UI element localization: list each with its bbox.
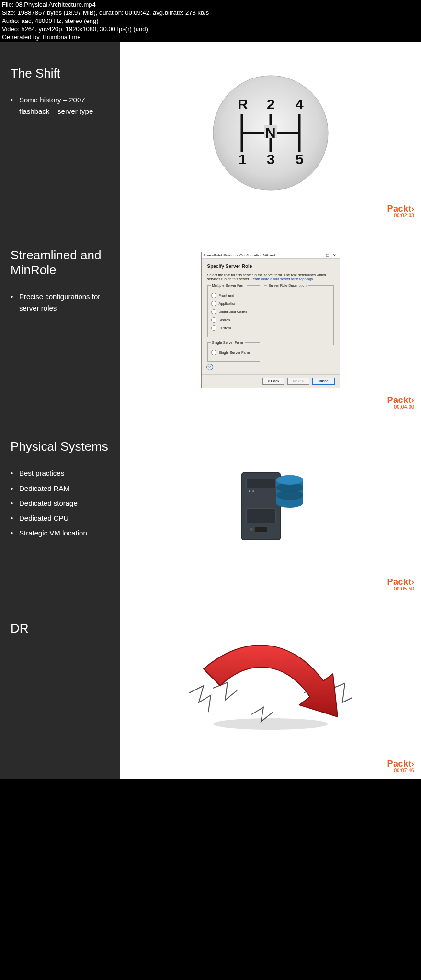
bullet-item: Dedicated storage — [11, 498, 109, 509]
single-server-group: Single-Server Farm Single-Server Farm — [207, 340, 260, 362]
minimize-icon[interactable]: — — [318, 253, 324, 257]
svg-rect-12 — [247, 509, 275, 523]
role-radio-single[interactable] — [211, 350, 216, 355]
next-button[interactable]: Next > — [287, 378, 309, 385]
slide-title: Streamlined and MinRole — [11, 248, 109, 278]
slide-bullets-list: Best practices Dedicated RAM Dedicated s… — [11, 468, 109, 538]
meta-file: File: 08.Physical Architecture.mp4 — [2, 1, 419, 9]
gear-4: 4 — [296, 96, 304, 112]
gear-n: N — [265, 125, 276, 141]
bullet-item: Dedicated RAM — [11, 483, 109, 494]
close-icon[interactable]: ✕ — [332, 253, 338, 257]
config-wizard-dialog: SharePoint Products Configuration Wizard… — [201, 252, 340, 388]
gear-3: 3 — [267, 151, 275, 167]
brand-watermark: Packt› 00:04:00 — [387, 395, 414, 410]
role-radio-custom[interactable] — [211, 325, 216, 331]
gear-5: 5 — [296, 151, 304, 167]
brand-watermark: Packt› 00:05:50 — [387, 577, 414, 591]
brand-watermark: Packt› 00:02:03 — [387, 204, 414, 218]
role-radio-distcache[interactable] — [211, 309, 216, 314]
meta-size: Size: 19887857 bytes (18.97 MiB), durati… — [2, 9, 419, 17]
gear-2: 2 — [267, 96, 275, 112]
bullet-item: Dedicated CPU — [11, 512, 109, 523]
meta-generated: Generated by Thumbnail me — [2, 33, 419, 42]
svg-rect-13 — [255, 527, 267, 532]
bullet-item: Some history – 2007 flashback – server t… — [11, 94, 109, 117]
help-icon[interactable]: ? — [206, 364, 213, 370]
role-radio-search[interactable] — [211, 317, 216, 323]
svg-rect-9 — [247, 479, 275, 489]
brand-watermark: Packt› 00:07:46 — [387, 759, 414, 773]
svg-point-19 — [276, 490, 303, 500]
gear-shift-diagram: R 2 4 N N 1 3 5 — [206, 68, 335, 198]
maximize-icon[interactable]: ▢ — [325, 253, 330, 257]
slide-title: Physical Systems — [11, 439, 109, 454]
meta-audio: Audio: aac, 48000 Hz, stereo (eng) — [2, 17, 419, 25]
multi-server-group: Multiple-Server Farm Front-end Applicati… — [207, 283, 260, 337]
slide-bullets-list: Some history – 2007 flashback – server t… — [11, 94, 109, 117]
meta-video: Video: h264, yuv420p, 1920x1080, 30.00 f… — [2, 25, 419, 33]
svg-point-21 — [213, 718, 328, 730]
gear-r: R — [238, 96, 248, 112]
slide-title: DR — [11, 621, 109, 636]
bullet-item: Strategic VM location — [11, 527, 109, 538]
gear-1: 1 — [239, 151, 247, 167]
dr-arrow-over-crack-icon — [184, 640, 357, 736]
learn-more-link[interactable]: Learn more about server farm topology. — [251, 277, 314, 281]
dialog-title: SharePoint Products Configuration Wizard — [204, 253, 275, 257]
svg-point-11 — [252, 490, 254, 492]
bullet-item: Best practices — [11, 468, 109, 479]
svg-point-14 — [250, 528, 253, 531]
video-metadata-block: File: 08.Physical Architecture.mp4 Size:… — [0, 0, 421, 42]
svg-point-20 — [276, 475, 303, 485]
slide-title: The Shift — [11, 66, 109, 81]
slide-bullets-list: Precise configurations for server roles — [11, 291, 109, 313]
server-with-db-icon — [232, 466, 309, 547]
dialog-heading: Specify Server Role — [207, 264, 334, 269]
svg-point-10 — [249, 490, 250, 492]
back-button[interactable]: < Back — [262, 378, 285, 385]
dialog-description: Select the role for this server in the s… — [207, 273, 334, 281]
cancel-button[interactable]: Cancel — [312, 378, 335, 385]
role-description-group: Server Role Description — [264, 283, 334, 345]
role-radio-frontend[interactable] — [211, 293, 216, 298]
role-radio-application[interactable] — [211, 301, 216, 306]
bullet-item: Precise configurations for server roles — [11, 291, 109, 313]
